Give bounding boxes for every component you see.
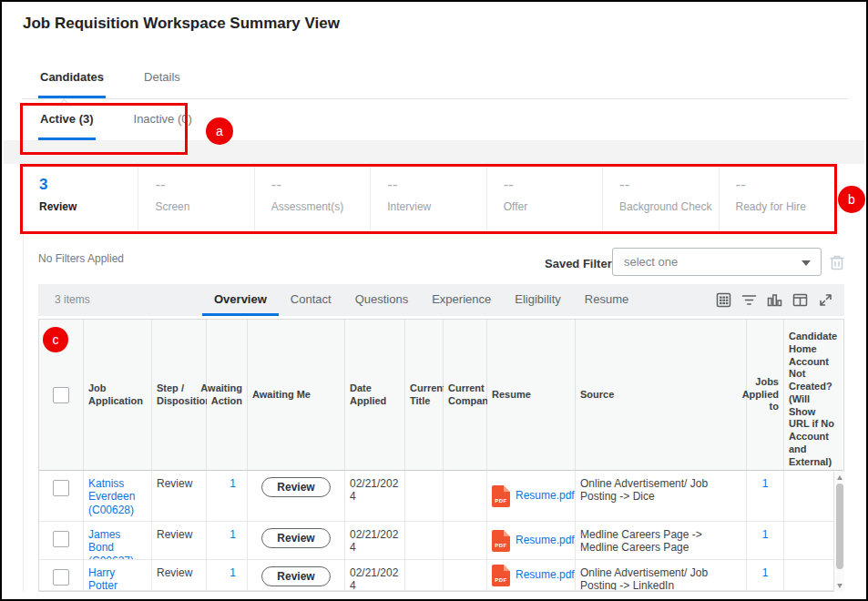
- cell-awaiting-action: 1: [207, 560, 248, 591]
- column-header-awaiting-me[interactable]: Awaiting Me: [248, 320, 345, 471]
- review-button[interactable]: Review: [261, 566, 330, 586]
- cell-awaiting-me: Review: [248, 471, 345, 522]
- review-button[interactable]: Review: [261, 477, 330, 497]
- row-checkbox[interactable]: [53, 531, 69, 547]
- cell-current-company: [444, 560, 487, 591]
- awaiting-action-link[interactable]: 1: [230, 566, 236, 579]
- column-header-current-title[interactable]: Current Title: [405, 320, 444, 471]
- jobs-applied-link[interactable]: 1: [762, 528, 769, 541]
- items-count: 3 items: [55, 293, 90, 306]
- column-header-jobs-applied-to[interactable]: Jobs Applied to: [747, 320, 784, 471]
- stage-screen[interactable]: -- Screen: [138, 167, 253, 231]
- cell-source: Online Advertisement/ Job Posting -> Lin…: [576, 560, 747, 591]
- scrollbar-thumb[interactable]: [836, 484, 843, 569]
- pdf-file-icon: [492, 530, 510, 552]
- stage-review[interactable]: 3 Review: [23, 167, 138, 231]
- stage-screen-count: --: [155, 176, 253, 194]
- row-checkbox[interactable]: [53, 569, 69, 586]
- main-tab-bar: Candidates Details: [23, 58, 848, 99]
- stage-background-check-label: Background Check: [619, 200, 718, 213]
- stage-ready-for-hire-label: Ready for Hire: [736, 200, 834, 213]
- candidate-link[interactable]: Katniss Everdeen (C00628): [88, 477, 135, 516]
- candidate-link[interactable]: Harry Potter (C00626): [88, 566, 134, 591]
- tab-candidates[interactable]: Candidates: [38, 58, 106, 98]
- column-header-awaiting-action[interactable]: Awaiting Action: [207, 320, 248, 471]
- tab-candidates-label: Candidates: [40, 70, 104, 84]
- awaiting-action-link[interactable]: 1: [230, 477, 236, 490]
- tab-details-label: Details: [144, 70, 180, 84]
- cell-step-disposition: Review: [152, 560, 207, 591]
- chevron-down-icon: [802, 260, 811, 266]
- stage-offer[interactable]: -- Offer: [486, 167, 602, 231]
- annotation-letter-c: c: [53, 332, 59, 347]
- stage-background-check-count: --: [619, 176, 718, 194]
- awaiting-action-link[interactable]: 1: [230, 528, 236, 541]
- stage-interview[interactable]: -- Interview: [370, 167, 485, 231]
- column-header-resume[interactable]: Resume: [487, 320, 576, 471]
- delete-filter-icon[interactable]: [828, 253, 846, 271]
- cell-awaiting-action: 1: [207, 522, 248, 560]
- saved-filters-label: Saved Filters: [545, 257, 618, 270]
- view-tab-experience[interactable]: Experience: [420, 284, 503, 316]
- stage-assessments[interactable]: -- Assessment(s): [254, 167, 370, 231]
- column-header-job-application[interactable]: Job Application: [84, 320, 152, 471]
- column-header-date-applied[interactable]: Date Applied: [345, 320, 405, 471]
- cell-awaiting-me: Review: [248, 560, 345, 591]
- job-requisition-workspace-window: Job Requisition Workspace Summary View C…: [0, 0, 868, 601]
- select-all-checkbox[interactable]: [53, 387, 69, 403]
- stage-ready-for-hire-count: --: [736, 176, 834, 194]
- annotation-marker-c: c: [43, 327, 68, 352]
- cell-current-title: [405, 471, 444, 522]
- scroll-up-arrow-icon[interactable]: [837, 475, 842, 480]
- resume-link[interactable]: Resume.pdf: [516, 568, 575, 581]
- view-tab-eligibility[interactable]: Eligibility: [503, 284, 573, 316]
- candidate-pipeline-stages: 3 Review -- Screen -- Assessment(s) -- I…: [20, 164, 837, 234]
- cell-step-disposition: Review: [152, 522, 207, 560]
- jobs-applied-link[interactable]: 1: [762, 566, 769, 579]
- table-vertical-scrollbar[interactable]: [833, 472, 844, 592]
- view-tab-contact[interactable]: Contact: [279, 284, 343, 316]
- resume-link[interactable]: Resume.pdf: [516, 534, 575, 546]
- column-header-current-company[interactable]: Current Company: [444, 320, 487, 471]
- candidate-link[interactable]: James Bond (C00627): [88, 528, 134, 560]
- column-header-source[interactable]: Source: [576, 320, 747, 471]
- pdf-file-icon: [492, 485, 510, 507]
- stage-background-check[interactable]: -- Background Check: [602, 167, 718, 231]
- stage-offer-label: Offer: [504, 200, 602, 213]
- row-checkbox[interactable]: [53, 480, 69, 496]
- view-tab-overview[interactable]: Overview: [202, 284, 279, 316]
- stage-review-label: Review: [39, 200, 138, 213]
- stage-ready-for-hire[interactable]: -- Ready for Hire: [719, 167, 834, 231]
- bar-chart-icon[interactable]: [767, 292, 782, 308]
- saved-filters-dropdown[interactable]: select one: [612, 248, 822, 276]
- stage-assessments-label: Assessment(s): [271, 200, 370, 213]
- resume-link[interactable]: Resume.pdf: [516, 489, 575, 502]
- cell-source: Online Advertisement/ Job Posting -> Dic…: [576, 471, 747, 522]
- cell-date-applied: 02/21/2024: [345, 471, 405, 522]
- table-row-checkbox-cell: [39, 471, 84, 522]
- grid-toolbar: 3 items Overview Contact Questions Exper…: [38, 284, 844, 316]
- view-tab-questions[interactable]: Questions: [343, 284, 421, 316]
- cell-job-application: Katniss Everdeen (C00628): [84, 471, 152, 522]
- stage-interview-label: Interview: [387, 200, 485, 213]
- column-header-step-disposition[interactable]: Step / Disposition: [152, 320, 207, 471]
- stage-screen-label: Screen: [155, 200, 253, 213]
- annotation-marker-b: b: [838, 186, 865, 213]
- filter-icon[interactable]: [741, 292, 757, 308]
- view-tab-resume[interactable]: Resume: [573, 284, 640, 316]
- data-grid-icon[interactable]: [716, 292, 731, 308]
- grid-toolbar-icons: [716, 292, 833, 308]
- annotation-letter-a: a: [216, 124, 223, 138]
- cell-jobs-applied-to: 1: [747, 471, 784, 522]
- stage-review-count: 3: [39, 176, 138, 194]
- column-header-candidate-home-account[interactable]: Candidate Home Account Not Created? (Wil…: [784, 320, 842, 471]
- tab-inactive-candidates[interactable]: Inactive (0): [132, 100, 194, 140]
- expand-icon[interactable]: [818, 292, 833, 308]
- review-button[interactable]: Review: [261, 528, 330, 548]
- column-layout-icon[interactable]: [792, 292, 808, 308]
- scroll-down-arrow-icon[interactable]: [837, 584, 842, 588]
- tab-details[interactable]: Details: [142, 58, 182, 98]
- table-row-checkbox-cell: [39, 522, 84, 560]
- jobs-applied-link[interactable]: 1: [762, 477, 769, 490]
- table-row-checkbox-cell: [39, 560, 84, 591]
